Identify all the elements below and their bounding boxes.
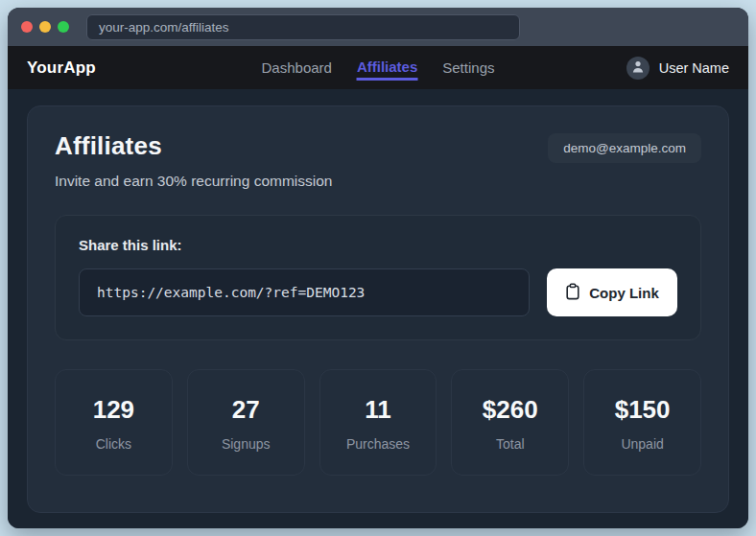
browser-window: your-app.com/affiliates YourApp Dashboar… <box>8 8 748 528</box>
address-bar-text: your-app.com/affiliates <box>99 20 229 35</box>
nav-item-settings[interactable]: Settings <box>442 56 494 80</box>
user-email-badge: demo@example.com <box>548 133 701 163</box>
share-link-label: Share this link: <box>79 237 677 253</box>
copy-link-button[interactable]: Copy Link <box>547 268 677 316</box>
stat-card-clicks: 129 Clicks <box>55 369 173 476</box>
stat-value: $260 <box>458 395 562 425</box>
card-header: Affiliates demo@example.com <box>55 131 701 163</box>
main-content: Affiliates demo@example.com Invite and e… <box>8 89 748 528</box>
close-window-button[interactable] <box>21 21 33 33</box>
referral-link-field[interactable]: https://example.com/?ref=DEMO123 <box>79 268 530 316</box>
stat-card-signups: 27 Signups <box>187 369 305 476</box>
nav-links: Dashboard Affiliates Settings <box>262 46 495 89</box>
stat-label: Clicks <box>61 436 166 452</box>
stat-card-unpaid: $150 Unpaid <box>583 369 701 476</box>
stat-value: $150 <box>590 395 695 425</box>
page-title: Affiliates <box>55 131 162 161</box>
zoom-window-button[interactable] <box>58 21 69 33</box>
app-navbar: YourApp Dashboard Affiliates Settings Us… <box>8 46 748 89</box>
stat-value: 27 <box>194 395 298 425</box>
copy-link-label: Copy Link <box>589 285 659 301</box>
stat-card-purchases: 11 Purchases <box>319 369 437 476</box>
stats-row: 129 Clicks 27 Signups 11 Purchases $260 … <box>55 369 701 476</box>
app-logo[interactable]: YourApp <box>27 58 96 78</box>
user-menu[interactable]: User Name <box>626 57 729 80</box>
address-bar[interactable]: your-app.com/affiliates <box>86 14 520 40</box>
affiliates-card: Affiliates demo@example.com Invite and e… <box>27 105 729 513</box>
stat-label: Unpaid <box>590 436 695 452</box>
stat-card-total: $260 Total <box>451 369 569 476</box>
referral-link-text: https://example.com/?ref=DEMO123 <box>97 285 365 300</box>
clipboard-icon <box>565 283 580 303</box>
stat-value: 11 <box>326 395 431 425</box>
user-name-label: User Name <box>659 60 729 76</box>
stat-label: Signups <box>194 436 298 452</box>
page-subtitle: Invite and earn 30% recurring commission <box>55 173 701 190</box>
traffic-lights <box>21 21 69 33</box>
avatar <box>626 57 650 80</box>
stat-value: 129 <box>61 395 166 425</box>
share-link-row: https://example.com/?ref=DEMO123 Copy Li… <box>79 268 677 316</box>
person-icon <box>630 58 646 78</box>
nav-item-affiliates[interactable]: Affiliates <box>357 55 417 81</box>
share-link-section: Share this link: https://example.com/?re… <box>55 215 701 340</box>
minimize-window-button[interactable] <box>39 21 51 33</box>
stat-label: Total <box>458 436 562 452</box>
stat-label: Purchases <box>326 436 431 452</box>
nav-item-dashboard[interactable]: Dashboard <box>262 56 332 80</box>
browser-chrome: your-app.com/affiliates <box>8 8 748 46</box>
